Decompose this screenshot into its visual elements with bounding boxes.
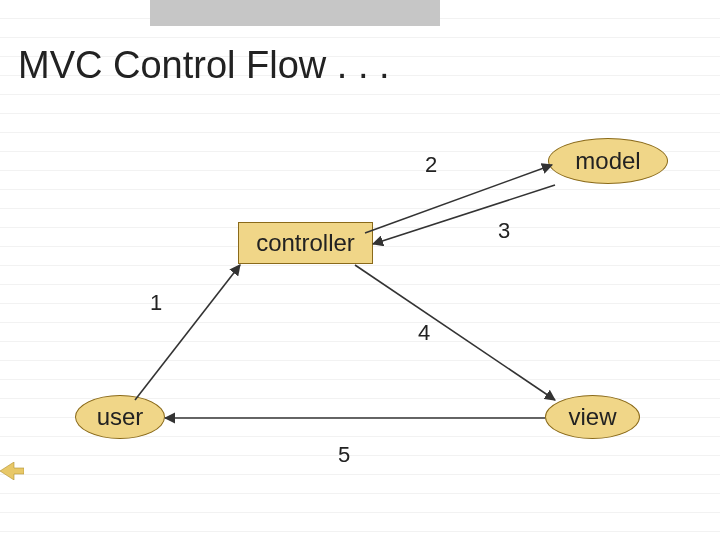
- svg-line-1: [365, 165, 552, 233]
- svg-line-3: [355, 265, 555, 400]
- diagram-stage: model controller user view 1 2 3 4 5: [0, 0, 720, 540]
- corner-accent-icon: [0, 462, 24, 480]
- svg-line-0: [135, 265, 240, 400]
- svg-line-2: [373, 185, 555, 244]
- arrow-layer: [0, 0, 720, 540]
